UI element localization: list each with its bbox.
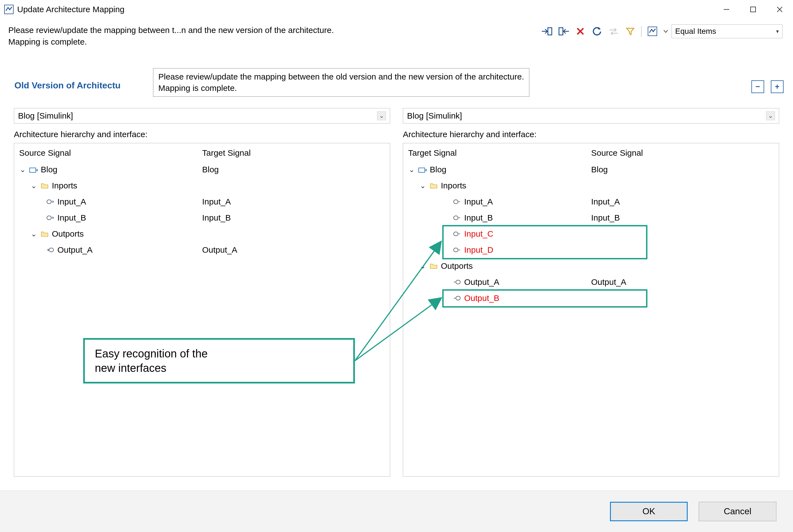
node-label: Output_B (464, 293, 499, 303)
node-label: Inports (52, 181, 77, 190)
node-target: Output_A (591, 277, 779, 287)
svg-rect-5 (548, 28, 552, 35)
left-panel-label: Architecture hierarchy and interface: (14, 130, 390, 139)
arch-icon[interactable] (645, 25, 660, 38)
inport-icon (453, 197, 461, 206)
expander-icon[interactable]: ⌄ (30, 230, 37, 238)
expander-icon[interactable]: ⌄ (30, 182, 37, 190)
tooltip: Please review/update the mapping between… (153, 68, 529, 97)
refresh-icon[interactable] (589, 25, 605, 38)
maximize-button[interactable] (740, 1, 767, 18)
node-target: Input_A (591, 197, 779, 206)
left-panel: Blog [Simulink] ⌄ Architecture hierarchy… (14, 108, 390, 477)
svg-rect-2 (751, 7, 756, 12)
svg-rect-14 (419, 168, 425, 172)
tree-row-inports[interactable]: ⌄ Inports (14, 177, 390, 194)
svg-rect-10 (30, 168, 36, 172)
expander-icon[interactable]: ⌄ (419, 182, 426, 190)
inport-icon (453, 229, 461, 238)
cancel-button[interactable]: Cancel (699, 502, 776, 521)
arch-dropdown-icon[interactable] (662, 25, 670, 38)
tree-row-inports[interactable]: ⌄ Inports (403, 177, 779, 194)
expand-all-icon[interactable]: + (771, 80, 783, 93)
chevron-down-icon: ⌄ (766, 111, 775, 120)
inport-icon (453, 246, 461, 254)
node-label: Input_C (464, 229, 493, 239)
svg-point-15 (454, 200, 458, 204)
right-panel-label: Architecture hierarchy and interface: (403, 130, 779, 139)
tree-row-port[interactable]: Output_A Output_A (403, 274, 779, 290)
tree-row-root[interactable]: ⌄ Blog Blog (403, 162, 779, 177)
tree-row-port[interactable]: Input_A Input_A (403, 194, 779, 210)
status-message: Please review/update the mapping between… (8, 24, 334, 48)
expander-icon[interactable]: ⌄ (19, 166, 26, 174)
collapse-all-icon[interactable]: − (751, 80, 764, 93)
right-model-combo[interactable]: Blog [Simulink] ⌄ (403, 108, 779, 124)
node-label: Input_B (57, 213, 86, 223)
filter-combo[interactable]: Equal Items ▾ (671, 24, 782, 38)
annotation-box: Easy recognition of the new interfaces (83, 338, 355, 383)
map-right-icon[interactable] (539, 25, 555, 38)
tree-row-port-new[interactable]: Output_B (403, 290, 779, 306)
svg-rect-0 (4, 5, 13, 14)
left-model-combo[interactable]: Blog [Simulink] ⌄ (14, 108, 390, 124)
title-bar: Update Architecture Mapping (0, 0, 793, 19)
left-col-target: Target Signal (202, 148, 385, 158)
status-line-2: Mapping is complete. (8, 36, 334, 48)
folder-icon (429, 262, 438, 270)
tree-row-port-new[interactable]: Input_D (403, 242, 779, 258)
outport-icon (453, 294, 461, 303)
node-label: Outports (52, 229, 84, 239)
expander-icon[interactable]: ⌄ (408, 166, 416, 174)
chevron-down-icon: ⌄ (377, 111, 386, 120)
node-target: Input_A (202, 197, 390, 206)
node-target: Blog (202, 165, 390, 174)
ok-button[interactable]: OK (610, 502, 688, 521)
tree-row-root[interactable]: ⌄ Blog Blog (14, 162, 390, 177)
node-target: Input_B (202, 213, 390, 223)
right-panel: Blog [Simulink] ⌄ Architecture hierarchy… (403, 108, 779, 477)
right-tree: Target Signal Source Signal ⌄ Blog Blog … (403, 143, 779, 477)
delete-mapping-icon[interactable] (573, 25, 588, 38)
annotation-line-1: Easy recognition of the (95, 346, 343, 361)
folder-icon (40, 181, 49, 190)
outport-icon (46, 246, 55, 254)
filter-icon[interactable] (623, 25, 638, 38)
expander-icon[interactable]: ⌄ (419, 262, 426, 270)
right-col-target: Target Signal (408, 148, 591, 158)
svg-point-16 (454, 216, 458, 220)
folder-icon (429, 181, 438, 190)
close-button[interactable] (767, 1, 793, 18)
node-target: Input_B (591, 213, 779, 223)
minimize-button[interactable] (713, 1, 740, 18)
node-target: Blog (591, 165, 779, 174)
svg-point-12 (47, 216, 51, 220)
svg-point-17 (454, 232, 458, 236)
swap-icon[interactable] (606, 25, 621, 38)
status-line-1: Please review/update the mapping between… (8, 24, 334, 36)
right-col-source: Source Signal (591, 148, 774, 158)
chevron-down-icon: ▾ (776, 28, 779, 35)
filter-combo-label: Equal Items (675, 27, 716, 36)
node-label: Inports (441, 181, 466, 190)
node-label: Input_B (464, 213, 493, 223)
inport-icon (46, 213, 55, 222)
tooltip-line-2: Mapping is complete. (158, 82, 524, 94)
toolbar: Equal Items ▾ (539, 24, 785, 38)
tree-row-outports[interactable]: ⌄ Outports (403, 258, 779, 274)
right-model-label: Blog [Simulink] (407, 111, 462, 120)
outport-icon (453, 278, 461, 286)
tree-row-port[interactable]: Input_B Input_B (14, 210, 390, 226)
old-version-header: Old Version of Architectu (14, 80, 121, 91)
tooltip-line-1: Please review/update the mapping between… (158, 71, 524, 82)
svg-point-18 (454, 248, 458, 252)
app-icon (4, 4, 14, 14)
tree-row-port[interactable]: Input_B Input_B (403, 210, 779, 226)
svg-point-20 (456, 296, 460, 300)
tree-row-port[interactable]: Input_A Input_A (14, 194, 390, 210)
tree-row-outports[interactable]: ⌄ Outports (14, 226, 390, 242)
tree-row-port-new[interactable]: Input_C (403, 226, 779, 242)
inport-icon (453, 213, 461, 222)
tree-row-port[interactable]: Output_A Output_A (14, 242, 390, 258)
map-left-icon[interactable] (556, 25, 571, 38)
